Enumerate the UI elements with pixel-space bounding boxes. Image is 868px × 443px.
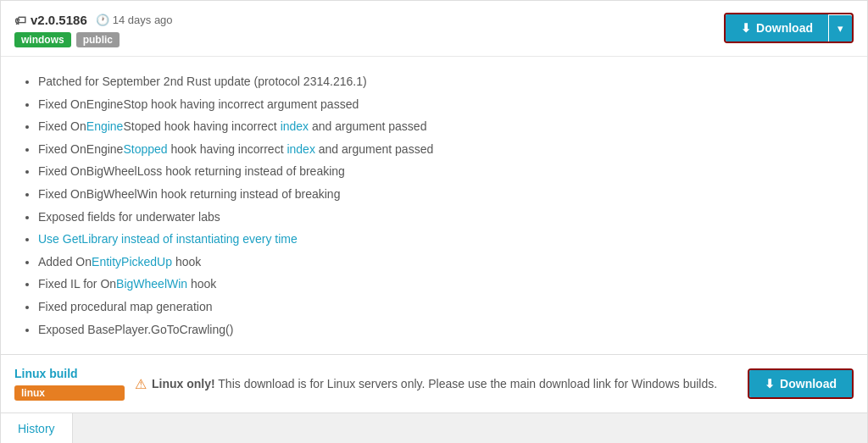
list-item: Use GetLibrary instead of instantiating … (38, 228, 850, 251)
list-item: Fixed OnEngineStopped hook having incorr… (38, 138, 850, 161)
badge-public: public (76, 32, 120, 47)
page-wrapper: 🏷 v2.0.5186 🕐 14 days ago windows public… (0, 0, 868, 443)
linux-download-label: Download (780, 377, 837, 390)
history-tab[interactable]: History (1, 413, 73, 443)
badge-windows: windows (14, 32, 71, 47)
main-download-label: Download (756, 21, 813, 35)
caret-icon: ▾ (837, 22, 843, 35)
list-item: Fixed OnBigWheelWin hook returning inste… (38, 183, 850, 206)
list-item: Exposed fields for underwater labs (38, 206, 850, 229)
warning-icon: ⚠ (135, 376, 147, 392)
linux-section: Linux build linux ⚠ Linux only! This dow… (1, 354, 867, 413)
linux-badge: linux (14, 385, 125, 401)
linux-download-group: ⬇ Download (748, 368, 854, 399)
time-info: 🕐 14 days ago (96, 14, 173, 26)
linux-warning-text: Linux only! This download is for Linux s… (152, 377, 717, 390)
list-item: Fixed procedural map generation (38, 296, 850, 318)
list-item: Fixed IL for OnBigWheelWin hook (38, 273, 850, 296)
header-section: 🏷 v2.0.5186 🕐 14 days ago windows public… (1, 1, 867, 57)
list-item: Fixed OnEngineStoped hook having incorre… (38, 115, 850, 138)
linux-left: Linux build linux (14, 367, 125, 401)
list-item: Added OnEntityPickedUp hook (38, 251, 850, 274)
list-item: Fixed OnEngineStop hook having incorrect… (38, 93, 850, 116)
linux-info: ⚠ Linux only! This download is for Linux… (125, 376, 748, 392)
list-item: Fixed OnBigWheelLoss hook returning inst… (38, 160, 850, 183)
time-ago: 14 days ago (113, 14, 173, 26)
main-download-group: ⬇ Download ▾ (724, 13, 854, 43)
main-content: Patched for September 2nd Rust update (p… (1, 57, 867, 354)
header-left: 🏷 v2.0.5186 🕐 14 days ago windows public (14, 13, 173, 47)
tag-icon: 🏷 (14, 14, 26, 27)
linux-label: Linux build (14, 367, 125, 380)
main-download-button[interactable]: ⬇ Download (726, 14, 828, 42)
linux-download-button[interactable]: ⬇ Download (749, 370, 852, 397)
main-download-caret[interactable]: ▾ (828, 15, 852, 42)
version-tag: 🏷 v2.0.5186 (14, 13, 87, 27)
history-section: History (1, 413, 867, 443)
changelog-list: Patched for September 2nd Rust update (p… (18, 70, 850, 341)
clock-icon: 🕐 (96, 14, 109, 26)
download-icon-linux: ⬇ (765, 377, 775, 390)
badges-row: windows public (14, 32, 173, 47)
version-text: v2.0.5186 (31, 13, 87, 27)
list-item: Exposed BasePlayer.GoToCrawling() (38, 318, 850, 341)
version-row: 🏷 v2.0.5186 🕐 14 days ago (14, 13, 173, 27)
download-icon-main: ⬇ (741, 21, 751, 35)
list-item: Patched for September 2nd Rust update (p… (38, 70, 850, 93)
